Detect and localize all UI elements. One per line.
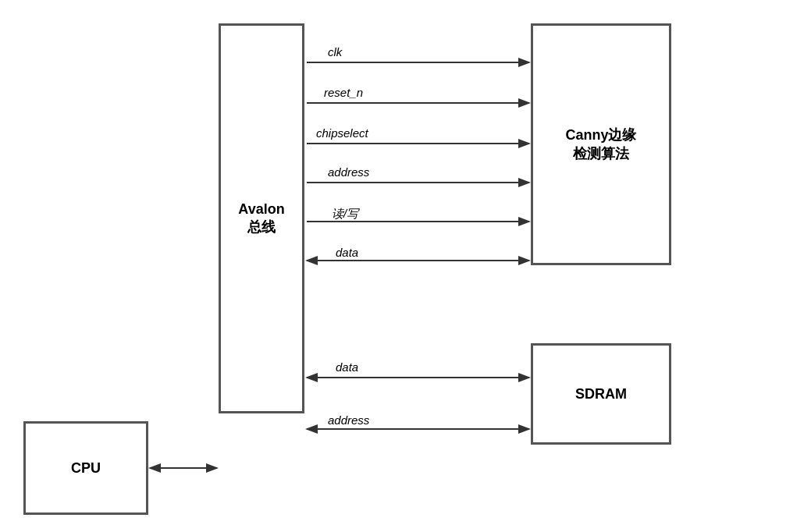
cpu-label: CPU	[71, 460, 101, 477]
read-write-label: 读/写	[332, 207, 358, 222]
avalon-label2: 总线	[238, 218, 284, 236]
reset-n-label: reset_n	[324, 86, 363, 99]
canny-label1: Canny边缘	[565, 126, 636, 144]
chipselect-label: chipselect	[316, 126, 368, 140]
data-bottom-label: data	[336, 360, 358, 374]
data-top-label: data	[336, 246, 358, 259]
clk-label: clk	[328, 45, 342, 59]
canny-label2: 检测算法	[565, 144, 636, 163]
avalon-box: Avalon 总线	[219, 23, 304, 413]
cpu-box: CPU	[23, 421, 148, 515]
address-top-label: address	[328, 165, 369, 179]
address-bottom-label: address	[328, 413, 369, 427]
canny-box: Canny边缘 检测算法	[531, 23, 671, 265]
avalon-label1: Avalon	[238, 201, 284, 218]
diagram: Avalon 总线 Canny边缘 检测算法 CPU SDRAM clk res…	[0, 0, 811, 532]
sdram-label: SDRAM	[575, 386, 627, 403]
sdram-box: SDRAM	[531, 343, 671, 445]
